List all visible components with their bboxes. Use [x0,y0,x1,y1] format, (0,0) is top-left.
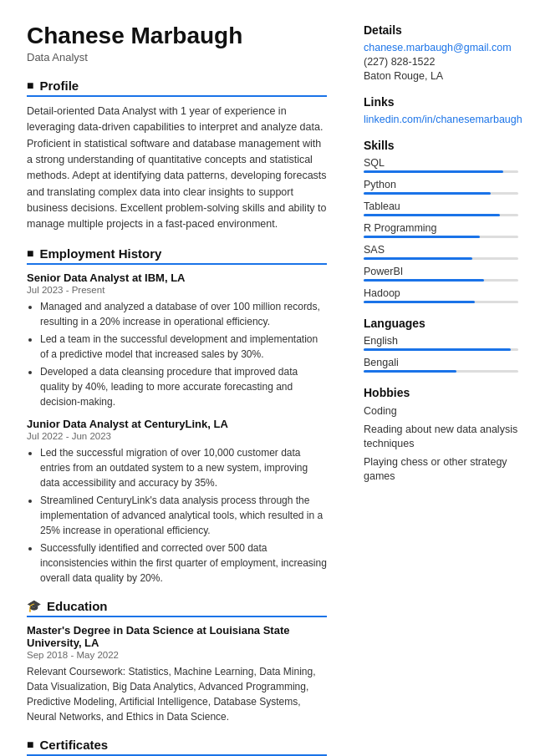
job-1-date: Jul 2023 - Present [27,285,327,295]
job-1-title: Senior Data Analyst at IBM, LA [27,271,327,284]
job-2-bullet-3: Successfully identified and corrected ov… [40,540,327,586]
skill-sql-name: SQL [364,157,518,169]
profile-header: ■ Profile [27,79,327,97]
skill-python-bar-bg [364,192,518,195]
languages-section: Languages English Bengali [364,317,518,373]
profile-section: ■ Profile Detail-oriented Data Analyst w… [27,79,327,233]
skills-title: Skills [364,139,518,152]
certificates-section: ■ Certificates Certified Data Management… [27,738,327,756]
detail-email[interactable]: chanese.marbaugh@gmail.com [364,42,518,53]
job-2-bullet-1: Led the successful migration of over 10,… [40,445,327,490]
lang-bengali: Bengali [364,357,518,373]
education-title: Education [47,599,108,613]
detail-phone: (227) 828-1522 [364,56,518,68]
skill-tableau: Tableau [364,200,518,216]
skill-r-bar-fill [364,236,480,238]
education-header: 🎓 Education [27,599,327,617]
details-title: Details [364,23,518,37]
details-section: Details chanese.marbaugh@gmail.com (227)… [364,23,518,82]
skills-section: Skills SQL Python Tableau R Programming … [364,139,518,303]
employment-title: Employment History [39,246,161,261]
lang-bengali-bar-fill [364,370,456,373]
skill-sas-bar-bg [364,257,518,260]
skill-sql-bar-bg [364,170,518,173]
candidate-name: Chanese Marbaugh [27,23,327,49]
skill-sas-bar-fill [364,257,472,260]
lang-english: English [364,335,518,351]
job-1-bullet-3: Developed a data cleansing procedure tha… [40,364,327,409]
profile-text: Detail-oriented Data Analyst with 1 year… [27,104,327,233]
skill-hadoop-name: Hadoop [364,287,518,299]
detail-location: Baton Rouge, LA [364,70,518,82]
certificates-icon: ■ [27,738,33,751]
lang-english-name: English [364,335,518,347]
lang-bengali-name: Bengali [364,357,518,368]
skill-powerbi-bar-bg [364,279,518,282]
employment-icon: ■ [27,246,33,260]
languages-title: Languages [364,317,518,330]
hobbies-section: Hobbies Coding Reading about new data an… [364,386,518,485]
lang-bengali-bar-bg [364,370,518,373]
hobby-2: Reading about new data analysis techniqu… [364,423,518,452]
employment-section: ■ Employment History Senior Data Analyst… [27,246,327,586]
hobby-3: Playing chess or other strategy games [364,455,518,485]
skill-sas: SAS [364,244,518,260]
links-section: Links linkedin.com/in/chanesemarbaugh [364,95,518,125]
skill-python: Python [364,179,518,195]
employment-header: ■ Employment History [27,246,327,265]
skill-r-name: R Programming [364,222,518,234]
skill-powerbi-name: PowerBI [364,266,518,277]
skill-hadoop-bar-bg [364,301,518,303]
edu-1-desc: Relevant Coursework: Statistics, Machine… [27,664,327,724]
edu-1-date: Sep 2018 - May 2022 [27,650,327,660]
skill-python-name: Python [364,179,518,190]
job-2: Junior Data Analyst at CenturyLink, LA J… [27,418,327,586]
certificates-header: ■ Certificates [27,738,327,756]
job-1-bullet-2: Led a team in the successful development… [40,332,327,362]
hobbies-title: Hobbies [364,386,518,399]
profile-icon: ■ [27,79,33,92]
education-section: 🎓 Education Master's Degree in Data Scie… [27,599,327,724]
skill-tableau-name: Tableau [364,200,518,212]
hobby-1: Coding [364,404,518,419]
education-icon: 🎓 [27,599,41,612]
left-column: Chanese Marbaugh Data Analyst ■ Profile … [0,0,347,756]
right-column: Details chanese.marbaugh@gmail.com (227)… [347,0,535,756]
skill-python-bar-fill [364,192,491,195]
skill-powerbi: PowerBI [364,266,518,282]
lang-english-bar-fill [364,348,511,351]
lang-english-bar-bg [364,348,518,351]
job-1: Senior Data Analyst at IBM, LA Jul 2023 … [27,271,327,409]
skill-sql-bar-fill [364,170,503,173]
skill-sas-name: SAS [364,244,518,256]
skill-powerbi-bar-fill [364,279,484,282]
edu-1-title: Master's Degree in Data Science at Louis… [27,624,327,649]
certificates-title: Certificates [39,738,108,752]
header-section: Chanese Marbaugh Data Analyst [27,23,327,63]
link-linkedin[interactable]: linkedin.com/in/chanesemarbaugh [364,114,518,125]
skill-hadoop-bar-fill [364,301,475,303]
links-title: Links [364,95,518,109]
skill-r-programming: R Programming [364,222,518,238]
job-1-bullet-1: Managed and analyzed a database of over … [40,299,327,329]
profile-title: Profile [39,79,79,93]
job-2-title: Junior Data Analyst at CenturyLink, LA [27,418,327,430]
job-2-bullet-2: Streamlined CenturyLink's data analysis … [40,493,327,538]
job-2-date: Jul 2022 - Jun 2023 [27,431,327,441]
skill-tableau-bar-fill [364,214,500,216]
resume-container: Chanese Marbaugh Data Analyst ■ Profile … [0,0,535,756]
edu-1: Master's Degree in Data Science at Louis… [27,624,327,724]
skill-tableau-bar-bg [364,214,518,216]
job-1-bullets: Managed and analyzed a database of over … [27,299,327,409]
job-2-bullets: Led the successful migration of over 10,… [27,445,327,586]
candidate-title: Data Analyst [27,51,327,63]
skill-sql: SQL [364,157,518,173]
skill-r-bar-bg [364,236,518,238]
skill-hadoop: Hadoop [364,287,518,303]
